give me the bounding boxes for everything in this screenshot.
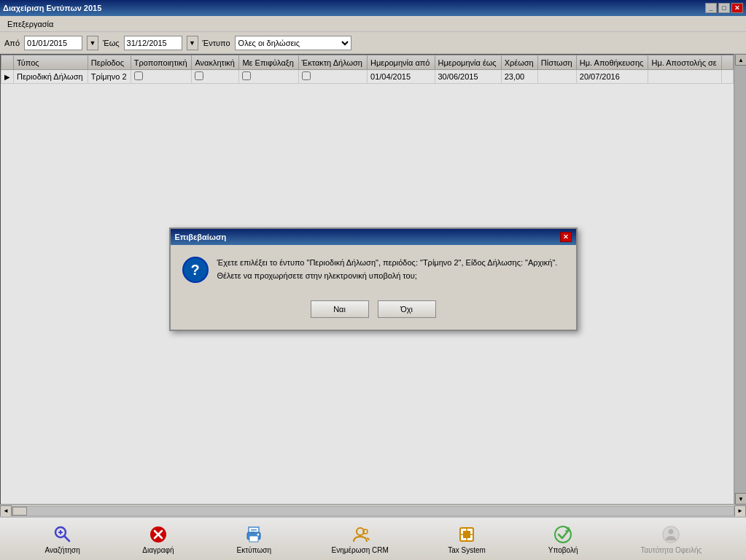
window-title: Διαχείριση Εντύπων 2015 <box>3 4 101 12</box>
dialog-title-bar: Επιβεβαίωση ✕ <box>171 229 576 245</box>
from-label: Από <box>4 39 20 47</box>
taskbar-item-identity[interactable]: Ταυτότητα Οφειλής <box>633 521 709 557</box>
taxsystem-icon <box>456 524 477 545</box>
dialog-message-line2: Θέλετε να προχωρήσετε στην ηλεκτρονική υ… <box>217 270 564 283</box>
from-date-input[interactable] <box>24 36 82 50</box>
svg-rect-11 <box>251 532 255 533</box>
dialog-question-icon: ? <box>182 257 209 283</box>
menu-item-edit[interactable]: Επεξεργασία <box>3 18 58 30</box>
minimize-button[interactable]: _ <box>705 3 717 13</box>
form-label: Έντυπο <box>203 39 230 47</box>
identity-icon <box>661 524 681 545</box>
taskbar-item-delete[interactable]: Διαγραφή <box>133 521 184 557</box>
scroll-thumb-horizontal[interactable] <box>12 507 27 516</box>
dialog-message: Έχετε επιλέξει το έντυπο "Περιοδική Δήλω… <box>217 257 564 282</box>
toolbar: Από ▼ Έως ▼ Έντυπο Όλες οι δηλώσεις <box>0 32 746 54</box>
svg-line-1 <box>64 536 69 541</box>
confirmation-dialog: Επιβεβαίωση ✕ ? Έχετε επιλέξει το έντυπο… <box>169 228 578 331</box>
dialog-message-line1: Έχετε επιλέξει το έντυπο "Περιοδική Δήλω… <box>217 257 564 270</box>
to-date-input[interactable] <box>124 36 182 50</box>
scroll-left-button[interactable]: ◄ <box>0 505 12 517</box>
dialog-buttons: Ναι Όχι <box>171 295 576 330</box>
window-close-button[interactable]: ✕ <box>731 3 743 13</box>
taskbar-item-print[interactable]: Εκτύπωση <box>228 521 279 557</box>
search-icon <box>53 524 73 545</box>
scroll-right-button[interactable]: ► <box>734 505 746 517</box>
delete-icon <box>148 524 168 545</box>
scroll-track-horizontal <box>12 506 734 516</box>
maximize-button[interactable]: □ <box>718 3 730 13</box>
taskbar-item-crm[interactable]: Ενημέρωση CRM <box>325 521 396 557</box>
submit-label: Υποβολή <box>548 546 578 554</box>
taskbar-item-search[interactable]: Αναζήτηση <box>37 521 88 557</box>
search-label: Αναζήτηση <box>45 546 80 554</box>
identity-label: Ταυτότητα Οφειλής <box>640 546 702 554</box>
print-icon <box>244 524 264 545</box>
delete-label: Διαγραφή <box>142 546 174 554</box>
dialog-body: ? Έχετε επιλέξει το έντυπο "Περιοδική Δή… <box>171 245 576 295</box>
svg-point-12 <box>257 533 260 535</box>
print-label: Εκτύπωση <box>237 546 271 554</box>
taskbar-item-submit[interactable]: Υποβολή <box>537 521 588 557</box>
svg-rect-9 <box>249 536 258 542</box>
title-text: Διαχείριση Εντύπων 2015 <box>3 4 101 12</box>
svg-rect-10 <box>251 529 257 531</box>
title-bar: Διαχείριση Εντύπων 2015 _ □ ✕ <box>0 0 746 16</box>
content-area: Τύπος Περίοδος Τροποποιητική Ανακλητική … <box>0 54 746 505</box>
horizontal-scrollbar: ◄ ► <box>0 505 746 516</box>
to-label: Έως <box>103 39 120 47</box>
to-date-dropdown[interactable]: ▼ <box>187 36 198 50</box>
svg-point-21 <box>669 529 674 534</box>
yes-button[interactable]: Ναι <box>311 300 369 318</box>
no-button[interactable]: Όχι <box>378 300 436 318</box>
dialog-overlay: Επιβεβαίωση ✕ ? Έχετε επιλέξει το έντυπο… <box>0 54 746 505</box>
from-date-dropdown[interactable]: ▼ <box>87 36 98 50</box>
menu-bar: Επεξεργασία <box>0 16 746 32</box>
form-type-select[interactable]: Όλες οι δηλώσεις <box>235 36 351 50</box>
crm-label: Ενημέρωση CRM <box>332 546 389 554</box>
taskbar: Αναζήτηση Διαγραφή Εκτύπωση <box>0 516 746 560</box>
submit-icon <box>553 524 573 545</box>
dialog-title-text: Επιβεβαίωση <box>175 233 227 241</box>
taxsystem-label: Tax System <box>448 546 486 554</box>
taskbar-item-taxsystem[interactable]: Tax System <box>440 521 493 557</box>
dialog-close-button[interactable]: ✕ <box>560 232 572 242</box>
crm-icon <box>350 524 370 545</box>
title-bar-controls: _ □ ✕ <box>705 3 743 13</box>
